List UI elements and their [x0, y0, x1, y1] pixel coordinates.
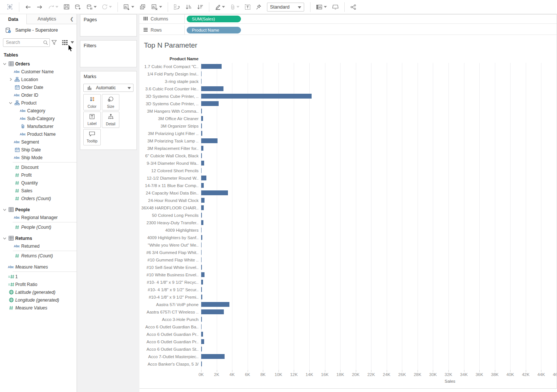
filters-shelf[interactable]: Filters [80, 40, 137, 67]
bar[interactable] [201, 123, 202, 128]
bar[interactable] [201, 79, 202, 84]
field-returns[interactable]: Returns [0, 234, 77, 242]
tableau-logo-button[interactable] [4, 2, 16, 12]
presentation-mode-button[interactable] [330, 3, 341, 11]
bar[interactable] [201, 362, 202, 366]
field-product[interactable]: Product [0, 99, 77, 107]
field-returned[interactable]: AbcReturned [0, 242, 77, 250]
pages-shelf[interactable]: Pages [80, 14, 137, 36]
bar[interactable] [201, 86, 223, 91]
forward-arrow-button[interactable] [34, 3, 45, 11]
field-returns-count[interactable]: Returns (Count) [0, 252, 77, 260]
bar[interactable] [201, 94, 312, 99]
field-measure-values[interactable]: Measure Values [0, 304, 77, 312]
new-worksheet-button[interactable] [121, 3, 136, 11]
x-axis[interactable]: 0K2K4K6K8K10K12K14K16K18K20K22K24K26K28K… [201, 370, 557, 379]
field-order-date[interactable]: Order Date [0, 83, 77, 91]
collapse-pane-button[interactable]: ❮ [67, 14, 77, 24]
bar[interactable] [201, 131, 202, 136]
bar[interactable] [201, 138, 218, 143]
show-mark-labels-button[interactable] [242, 3, 253, 11]
chevron-down-icon[interactable] [2, 237, 7, 240]
bar[interactable] [201, 168, 202, 173]
duplicate-sheet-button[interactable] [137, 3, 148, 11]
filter-funnel-icon[interactable] [50, 39, 58, 46]
redo-arrow-button[interactable] [46, 3, 61, 11]
field-latitude-generated[interactable]: Latitude (generated) [0, 288, 77, 296]
highlight-pen-button[interactable] [213, 3, 227, 11]
tab-data[interactable]: Data [0, 14, 27, 24]
chevron-down-icon[interactable] [2, 63, 7, 65]
field-longitude-generated[interactable]: Longitude (generated) [0, 296, 77, 304]
refresh-button[interactable] [100, 3, 114, 11]
bar[interactable] [201, 302, 229, 307]
pause-updates-button[interactable] [84, 3, 99, 11]
bar[interactable] [201, 213, 202, 218]
bar[interactable] [201, 228, 202, 232]
field-manufacturer[interactable]: Manufacturer [0, 122, 77, 130]
field-measure-names[interactable]: AbcMeasure Names [0, 263, 77, 271]
field-people-count[interactable]: People (Count) [0, 223, 77, 231]
field-ship-date[interactable]: Ship Date [0, 146, 77, 154]
bar[interactable] [201, 354, 225, 359]
field-discount[interactable]: Discount [0, 163, 77, 171]
group-members-button[interactable] [228, 3, 242, 11]
bar[interactable] [201, 176, 206, 180]
marks-size-button[interactable]: Size [102, 94, 119, 110]
field-regional-manager[interactable]: AbcRegional Manager [0, 213, 77, 221]
marks-tooltip-button[interactable]: Tooltip [83, 129, 101, 145]
field-location[interactable]: Location [0, 75, 77, 83]
bar[interactable] [201, 272, 205, 277]
bar[interactable] [201, 257, 202, 262]
datasource-row[interactable]: Sample - Superstore [0, 24, 77, 36]
add-data-source-button[interactable] [73, 3, 83, 11]
fix-axes-pin-button[interactable] [254, 3, 264, 11]
chevron-right-icon[interactable] [8, 78, 13, 81]
bar[interactable] [201, 339, 204, 344]
bar[interactable] [201, 198, 205, 203]
bar[interactable] [201, 205, 204, 210]
bar[interactable] [201, 109, 202, 113]
bar[interactable] [201, 235, 202, 240]
bar[interactable] [201, 287, 202, 292]
search-box[interactable] [3, 38, 50, 47]
field-category[interactable]: AbcCategory [0, 107, 77, 115]
columns-shelf[interactable]: Columns SUM(Sales) [139, 15, 557, 24]
pill-product-name[interactable]: Product Name [187, 27, 241, 33]
bar[interactable] [201, 242, 202, 247]
field-order-id[interactable]: AbcOrder ID [0, 91, 77, 99]
bar[interactable] [201, 220, 203, 225]
bar[interactable] [201, 101, 219, 106]
chevron-down-icon[interactable] [2, 209, 7, 211]
bar[interactable] [201, 183, 204, 188]
bar[interactable] [201, 190, 228, 195]
bar[interactable] [201, 347, 202, 351]
bar[interactable] [201, 116, 203, 121]
field-sub-category[interactable]: AbcSub-Category [0, 115, 77, 122]
save-button[interactable] [61, 3, 72, 11]
field-quantity[interactable]: Quantity [0, 179, 77, 187]
sort-descending-button[interactable] [195, 3, 206, 11]
show-hide-cards-button[interactable] [314, 3, 329, 11]
field-product-name[interactable]: AbcProduct Name [0, 130, 77, 138]
field-ship-mode[interactable]: AbcShip Mode [0, 154, 77, 161]
rows-shelf[interactable]: Rows Product Name [139, 26, 557, 35]
field-sales[interactable]: Sales [0, 187, 77, 195]
bar[interactable] [201, 309, 224, 314]
bar[interactable] [201, 265, 202, 270]
bar[interactable] [201, 146, 203, 151]
field-orders[interactable]: Orders [0, 60, 77, 68]
bar[interactable] [201, 153, 202, 158]
tab-analytics[interactable]: Analytics [27, 14, 67, 24]
bar[interactable] [201, 161, 204, 166]
bar[interactable] [201, 332, 203, 337]
marks-label-button[interactable]: Label [83, 112, 101, 128]
bar[interactable] [201, 295, 202, 299]
swap-rows-columns-button[interactable] [171, 3, 183, 11]
share-button[interactable] [348, 3, 359, 11]
bar[interactable] [201, 64, 222, 69]
bar[interactable] [201, 250, 202, 255]
mark-type-dropdown[interactable]: Automatic [83, 84, 133, 92]
view-options-caret[interactable] [69, 40, 75, 45]
search-input[interactable] [6, 40, 42, 45]
